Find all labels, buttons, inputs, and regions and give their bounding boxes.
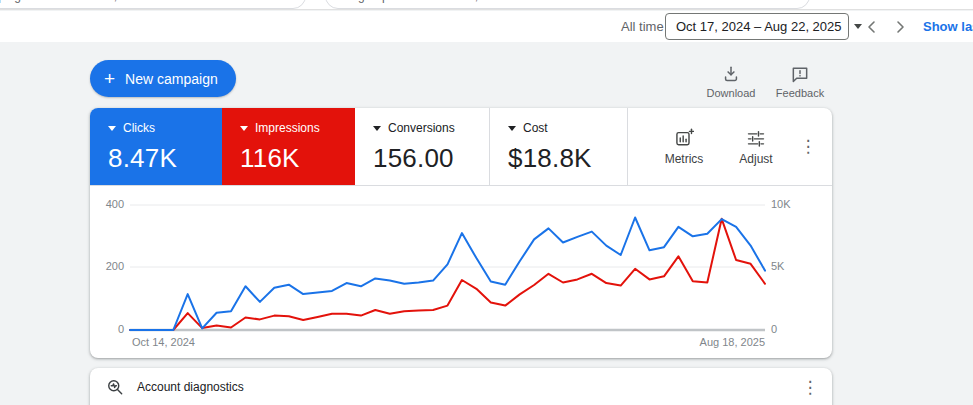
chart-canvas (90, 186, 832, 358)
scorecard-value: 156.00 (373, 143, 489, 174)
chevron-down-icon (108, 126, 116, 131)
filter-chip-adgroup-status[interactable]: Ad group status: Enabled, Paused (325, 0, 810, 9)
feedback-label: Feedback (776, 87, 824, 99)
account-diagnostics-card[interactable]: Account diagnostics ⋮ (90, 368, 832, 405)
metrics-label: Metrics (665, 152, 704, 166)
date-range-selector[interactable]: Oct 17, 2024 – Aug 22, 2025 (665, 13, 849, 40)
scorecard-conversions[interactable]: Conversions 156.00 (355, 108, 490, 185)
diagnostics-more-options-icon[interactable]: ⋮ (798, 375, 822, 399)
clicks-line (130, 218, 765, 331)
scorecard-value: 116K (240, 143, 355, 174)
filter-chips-row: Campaign status: Enabled, Paused Ad grou… (0, 0, 973, 10)
new-campaign-label: New campaign (125, 71, 218, 87)
right-axis-tick: 10K (771, 198, 811, 210)
scorecard-value: 8.47K (108, 143, 222, 174)
google-ads-overview-page: Campaign status: Enabled, Paused Ad grou… (0, 0, 973, 405)
right-axis-tick: 0 (771, 323, 811, 335)
scorecard-label: Impressions (255, 121, 320, 135)
filter-chip-campaign-status[interactable]: Campaign status: Enabled, Paused (0, 0, 306, 9)
scorecard-clicks[interactable]: Clicks 8.47K (90, 108, 222, 185)
x-axis-end-label: Aug 18, 2025 (665, 336, 765, 348)
diagnostics-title: Account diagnostics (137, 380, 244, 394)
right-axis-tick: 5K (771, 260, 811, 272)
filter-chip-label: Ad group status: Enabled, Paused (340, 0, 522, 3)
performance-chart[interactable]: 400 200 0 10K 5K 0 Oct 14, 2024 Aug 18, … (90, 186, 832, 358)
download-button[interactable]: Download (699, 64, 763, 99)
card-more-options-icon[interactable]: ⋮ (796, 135, 820, 159)
metrics-icon (674, 128, 694, 148)
date-range-value: Oct 17, 2024 – Aug 22, 2025 (676, 19, 842, 34)
scorecard-label: Conversions (388, 121, 455, 135)
filter-chip-label: Campaign status: Enabled, Paused (0, 0, 161, 3)
chevron-down-icon (373, 126, 381, 131)
diagnostics-search-icon (105, 377, 125, 397)
impressions-line (130, 219, 765, 330)
next-period-button[interactable] (888, 15, 912, 39)
scorecard-impressions[interactable]: Impressions 116K (222, 108, 355, 185)
date-toolbar: All time Oct 17, 2024 – Aug 22, 2025 Sho… (0, 11, 973, 42)
left-axis-tick: 400 (92, 198, 124, 210)
scorecard-value: $18.8K (508, 143, 627, 174)
x-axis-start-label: Oct 14, 2024 (132, 336, 195, 348)
left-axis-tick: 0 (92, 323, 124, 335)
left-axis-tick: 200 (92, 260, 124, 272)
adjust-button[interactable]: Adjust (724, 128, 788, 166)
show-last-link[interactable]: Show last (923, 19, 973, 34)
download-label: Download (707, 87, 756, 99)
plus-icon: + (104, 69, 115, 88)
chevron-right-icon (892, 19, 908, 35)
chevron-down-icon (508, 126, 516, 131)
chevron-left-icon (864, 19, 880, 35)
chevron-down-icon (240, 126, 248, 131)
date-preset-label: All time (621, 19, 664, 34)
scorecard-label: Cost (523, 121, 548, 135)
scorecard-label: Clicks (123, 121, 155, 135)
scorecard-cost[interactable]: Cost $18.8K (490, 108, 628, 185)
scorecard-tabs: Clicks 8.47K Impressions 116K Conversion… (90, 108, 832, 186)
metrics-button[interactable]: Metrics (652, 128, 716, 166)
chart-tools: Metrics Adjust ⋮ (628, 108, 832, 185)
feedback-icon (790, 64, 810, 84)
adjust-label: Adjust (739, 152, 772, 166)
feedback-button[interactable]: Feedback (768, 64, 832, 99)
adjust-sliders-icon (746, 128, 766, 148)
previous-period-button[interactable] (860, 15, 884, 39)
performance-card: Clicks 8.47K Impressions 116K Conversion… (90, 108, 832, 358)
new-campaign-button[interactable]: + New campaign (90, 60, 236, 97)
download-icon (721, 64, 741, 84)
